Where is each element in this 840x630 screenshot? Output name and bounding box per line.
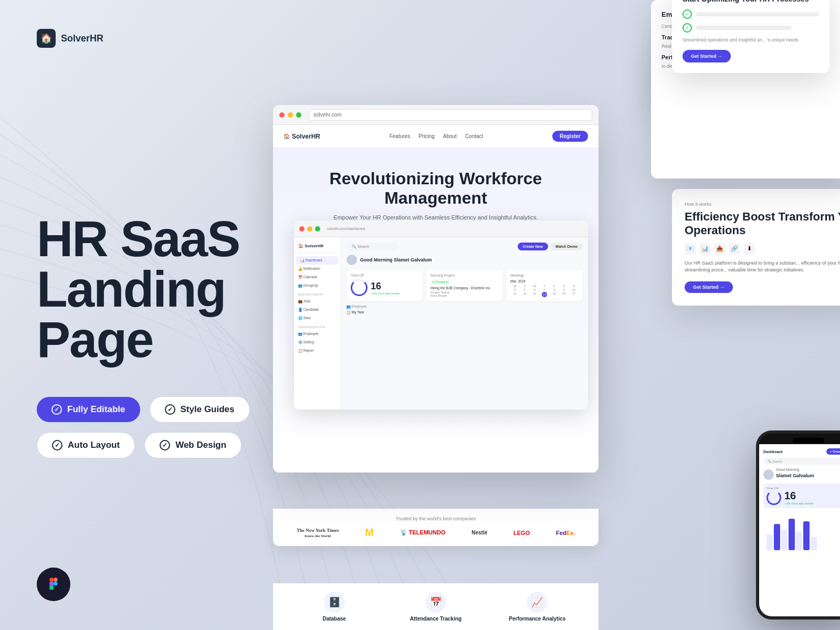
phone-gauge [766, 490, 781, 505]
opt-text: Streamlined operations and insightful an… [682, 37, 819, 44]
svg-rect-4 [49, 586, 54, 590]
dash-watch-btn[interactable]: Watch Demo [550, 243, 583, 250]
running-project-card: Running Project In Progress Hiring the B… [426, 269, 503, 301]
check-item-2: ✓ [682, 23, 819, 33]
feat-analytics: 📈 Performance Analytics [506, 592, 569, 622]
badge-web-design[interactable]: ✓ Web Design [144, 432, 242, 458]
bar-3 [781, 529, 788, 550]
phone-timeoff: Time Off 16 +2% from last month [763, 484, 840, 508]
optimize-title: Start Optimizing Your HR Processes [682, 0, 819, 3]
badge-label-1: Fully Editable [67, 404, 125, 415]
check-icon-2: ✓ [165, 404, 175, 415]
badges-pair-1: ✓ Fully Editable ✓ Style Guides [37, 396, 388, 423]
logo-nestle: Nestlé [471, 530, 487, 536]
badge-fully-editable[interactable]: ✓ Fully Editable [37, 397, 140, 422]
phone-create-btn[interactable]: + Create Now [826, 448, 840, 455]
logo-icon: 🏠 [37, 29, 56, 48]
logo-text: SolverHR [61, 33, 103, 44]
bar-5 [796, 532, 802, 550]
logo-lego: LEGO [513, 530, 530, 536]
svg-point-3 [54, 582, 58, 586]
nav-contact[interactable]: Contact [465, 133, 483, 139]
eff-icon-1: 📧 [685, 243, 696, 255]
bar-6 [803, 521, 810, 550]
bar-4 [789, 519, 795, 550]
check-icon-4: ✓ [160, 440, 170, 450]
hero-line3: Page [37, 314, 388, 365]
check-circle-2: ✓ [682, 23, 692, 33]
phone-user: Slamet Galvalum [776, 473, 814, 478]
efficiency-text: Our HR SaaS platform is designed to brin… [685, 260, 840, 274]
badges-pair-2: ✓ Auto Layout ✓ Web Design [37, 432, 388, 458]
phone-screen: Dashboard + Create Now 🔍 Search Good Mor… [759, 444, 840, 616]
check-bar-2 [696, 26, 792, 30]
phone-dashboard-label: Dashboard [763, 450, 783, 454]
phone-avatar [763, 469, 774, 480]
svg-rect-1 [54, 578, 58, 582]
badges-row: ✓ Fully Editable ✓ Style Guides ✓ Auto L… [37, 396, 388, 458]
logo-telemundo: 📡 TELEMUNDO [400, 529, 446, 536]
hero-line2: Landing [37, 264, 388, 314]
attendance-icon: 📅 [425, 592, 446, 613]
figma-icon [45, 576, 62, 593]
left-panel: 🏠 SolverHR HR SaaS Landing Page ✓ Fully … [32, 0, 388, 630]
eff-icon-2: 📊 [699, 243, 711, 255]
dash-create-btn[interactable]: Create New [518, 243, 548, 250]
logo-row: 🏠 SolverHR [37, 29, 103, 48]
nav-features[interactable]: Features [390, 133, 410, 139]
nav-links: Features Pricing About Contact [390, 133, 484, 139]
check-icon-3: ✓ [52, 440, 62, 450]
bar-1 [766, 534, 773, 550]
badge-auto-layout[interactable]: ✓ Auto Layout [37, 432, 135, 458]
optimize-card: Start Optimizing Your HR Processes ✓ ✓ S… [672, 0, 830, 73]
hero-line1: HR SaaS [37, 214, 388, 264]
efficiency-card: How it works Efficiency Boost Transform … [672, 189, 840, 306]
badge-label-3: Auto Layout [68, 440, 120, 450]
hero-title: HR SaaS Landing Page [37, 214, 388, 365]
phone-content: Dashboard + Create Now 🔍 Search Good Mor… [759, 444, 840, 558]
meetings-card: Meetings Mar, 2024 MTWTFSS 45678910 1112… [506, 269, 583, 301]
badge-label-4: Web Design [175, 440, 226, 450]
efficiency-title: Efficiency Boost Transform Your Operatio… [685, 210, 840, 238]
svg-rect-0 [49, 578, 54, 582]
efficiency-cta-button[interactable]: Get Started → [685, 281, 733, 293]
phone-mockup: Dashboard + Create Now 🔍 Search Good Mor… [756, 430, 840, 620]
feat-attendance: 📅 Attendance Tracking [404, 592, 467, 622]
svg-rect-2 [49, 582, 54, 586]
check-icon-1: ✓ [51, 404, 62, 415]
logo-fedex: FedEx. [556, 530, 575, 536]
eff-icon-4: 🔗 [729, 243, 740, 255]
nav-register-button[interactable]: Register [552, 131, 588, 142]
bar-7 [811, 537, 817, 550]
eff-icon-3: 📤 [714, 243, 726, 255]
efficiency-actions: 📧 📊 📤 🔗 ⬇ [685, 243, 840, 255]
nav-pricing[interactable]: Pricing [418, 133, 435, 139]
phone-greeting: Good Morning [776, 468, 814, 471]
analytics-icon: 📈 [527, 592, 548, 613]
phone-notch [759, 434, 840, 444]
badge-style-guides[interactable]: ✓ Style Guides [150, 396, 250, 423]
check-bar-1 [696, 12, 819, 16]
phone-topbar: Dashboard + Create Now [763, 448, 840, 455]
phone-pill [793, 438, 824, 443]
badge-label-2: Style Guides [181, 404, 235, 415]
bar-2 [774, 524, 780, 550]
check-item-1: ✓ [682, 9, 819, 19]
phone-search[interactable]: 🔍 Search [763, 458, 840, 465]
opt-cta-button[interactable]: Get Started → [682, 50, 731, 62]
check-circle-1: ✓ [682, 9, 692, 19]
figma-button[interactable] [37, 568, 70, 601]
eff-icon-5: ⬇ [743, 243, 755, 255]
nav-about[interactable]: About [443, 133, 457, 139]
efficiency-label: How it works [685, 202, 840, 207]
phone-chart [763, 511, 840, 553]
